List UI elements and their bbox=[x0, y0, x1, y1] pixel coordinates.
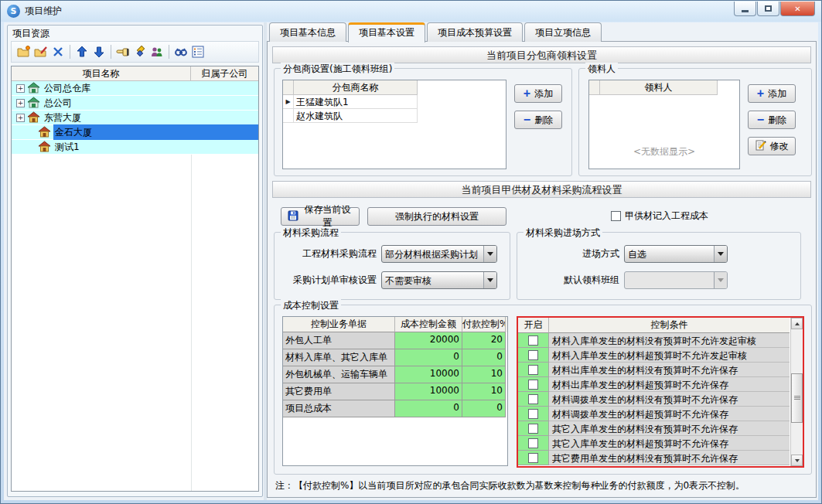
tree-item[interactable]: + 总公司 bbox=[12, 96, 258, 111]
flow-field2-combo[interactable]: 不需要审核 bbox=[381, 271, 497, 289]
cost-table-row[interactable]: 外包机械单、运输车辆单 10000 10 bbox=[283, 366, 507, 383]
condition-checkbox[interactable] bbox=[528, 438, 538, 448]
flow-field2-label: 采购计划单审核设置 bbox=[279, 274, 381, 287]
condition-checkbox[interactable] bbox=[528, 335, 538, 346]
expand-icon[interactable]: + bbox=[16, 99, 25, 107]
condition-row[interactable]: 材料调拨单发生的材料超预算时不允许保存 bbox=[518, 407, 803, 421]
tab[interactable]: 项目基本设置 bbox=[348, 22, 425, 43]
owner-material-checkbox[interactable] bbox=[611, 211, 621, 221]
expand-icon[interactable]: + bbox=[16, 84, 25, 93]
cost-table-row[interactable]: 其它费用单 10000 10 bbox=[283, 383, 507, 400]
column-header-company[interactable]: 归属子公司 bbox=[191, 66, 258, 80]
group-title: 领料人 bbox=[585, 63, 618, 76]
expand-icon[interactable]: + bbox=[16, 114, 25, 122]
grid-column-header[interactable]: 分包商名称 bbox=[294, 80, 418, 95]
vertical-scrollbar[interactable] bbox=[790, 318, 803, 466]
condition-row[interactable]: 材料入库单发生的材料没有预算时不允许发起审核 bbox=[518, 333, 803, 348]
hand-pointer-icon[interactable] bbox=[114, 43, 131, 60]
scroll-up-button[interactable] bbox=[791, 318, 803, 329]
cost-control-table[interactable]: 控制业务单据 成本控制金额 付款控制% 外包人工单 20000 20 bbox=[282, 316, 508, 466]
modify-picker-button[interactable]: 修改 bbox=[748, 137, 796, 155]
subcontractor-row[interactable]: ▶ 王猛建筑队1 bbox=[283, 95, 506, 109]
condition-checkbox[interactable] bbox=[528, 380, 538, 390]
condition-row[interactable]: 材料出库单发生的材料没有预算时不允许保存 bbox=[518, 363, 803, 377]
cost-table-row[interactable]: 材料入库单、其它入库单 0 0 bbox=[283, 349, 507, 366]
tab[interactable]: 项目成本预算设置 bbox=[427, 22, 523, 42]
building-icon bbox=[38, 126, 51, 138]
entry-mode-combo[interactable]: 自选 bbox=[624, 245, 728, 263]
condition-row[interactable]: 材料调拨单发生的材料没有预算时不允许保存 bbox=[518, 392, 803, 407]
building-icon bbox=[27, 97, 40, 109]
edit-folder-icon[interactable] bbox=[32, 43, 49, 60]
subcontractor-grid[interactable]: 分包商名称 ▶ 王猛建筑队1 bbox=[282, 80, 507, 169]
condition-checkbox[interactable] bbox=[528, 409, 538, 419]
search-icon[interactable] bbox=[172, 43, 189, 60]
users-icon[interactable] bbox=[148, 43, 165, 60]
move-down-icon[interactable] bbox=[90, 43, 107, 60]
building-icon bbox=[27, 111, 40, 124]
condition-row[interactable]: 其它入库单发生的材料没有预算时不允许保存 bbox=[518, 421, 803, 436]
tree-item[interactable]: 金石大厦 bbox=[12, 125, 258, 140]
chevron-down-icon[interactable] bbox=[483, 272, 496, 288]
scroll-down-button[interactable] bbox=[791, 455, 803, 466]
tab[interactable]: 项目立项信息 bbox=[524, 22, 602, 42]
plus-icon: + bbox=[524, 88, 530, 99]
add-picker-button[interactable]: + 添加 bbox=[748, 84, 796, 103]
chevron-down-icon[interactable] bbox=[714, 246, 727, 262]
entry-field1-label: 进场方式 bbox=[524, 247, 624, 261]
condition-row[interactable]: 其它入库单发生的材料超预算时不允许保存 bbox=[518, 436, 803, 451]
col-header-enable[interactable]: 开启 bbox=[518, 318, 549, 333]
col-header-amount[interactable]: 成本控制金额 bbox=[395, 317, 462, 332]
tree-item[interactable]: + 东营大厦 bbox=[12, 111, 258, 125]
cost-table-row[interactable]: 外包人工单 20000 20 bbox=[283, 332, 507, 349]
scrollbar-thumb[interactable] bbox=[791, 373, 803, 423]
condition-checkbox[interactable] bbox=[528, 350, 538, 360]
flow-field1-combo[interactable]: 部分材料根据采购计划 bbox=[381, 245, 497, 263]
owner-material-checkbox-row[interactable]: 甲供材记入工程成本 bbox=[611, 209, 708, 223]
eraser-icon[interactable] bbox=[131, 43, 148, 60]
tab-content: 当前项目分包商领料设置 分包商设置(施工领料班组) 分包商名称 bbox=[267, 41, 817, 498]
tree-item[interactable]: + 公司总仓库 bbox=[12, 81, 258, 96]
minimize-button[interactable] bbox=[734, 2, 756, 16]
app-logo-icon: S bbox=[7, 5, 20, 18]
grid-icon[interactable] bbox=[189, 43, 206, 60]
close-button[interactable]: ✕ bbox=[780, 2, 815, 16]
restore-button[interactable] bbox=[757, 2, 779, 16]
client-area: 项目资源 bbox=[4, 22, 818, 500]
grid-column-header[interactable]: 领料人 bbox=[600, 80, 718, 95]
force-material-settings-button[interactable]: 强制执行的材料设置 bbox=[367, 207, 507, 226]
section-header-purchase: 当前项目甲供材及材料采购流程设置 bbox=[272, 181, 811, 198]
add-subcontractor-button[interactable]: + 添加 bbox=[514, 84, 562, 103]
condition-row[interactable]: 材料入库单发生的材料超预算时不允许发起审核 bbox=[518, 348, 803, 363]
building-icon bbox=[38, 141, 51, 153]
app-window: S 项目维护 ✕ 项目资源 bbox=[0, 0, 822, 504]
condition-checkbox[interactable] bbox=[528, 453, 538, 463]
picker-grid[interactable]: 领料人 <无数据显示> bbox=[588, 80, 740, 169]
column-header-project-name[interactable]: 项目名称 bbox=[12, 66, 191, 80]
default-team-combo[interactable] bbox=[624, 271, 728, 289]
subcontractor-row[interactable]: 赵水建筑队 bbox=[283, 109, 506, 123]
title-bar[interactable]: S 项目维护 ✕ bbox=[1, 1, 821, 22]
delete-icon[interactable] bbox=[49, 43, 67, 60]
new-folder-icon[interactable] bbox=[15, 43, 32, 60]
chevron-down-icon[interactable] bbox=[483, 246, 496, 262]
control-conditions-table[interactable]: 开启 控制条件 材料入库单发生的材料没有预算时不允许发起审核 bbox=[517, 316, 804, 468]
delete-subcontractor-button[interactable]: − 删除 bbox=[514, 111, 562, 129]
col-header-condition[interactable]: 控制条件 bbox=[549, 318, 790, 333]
condition-checkbox[interactable] bbox=[528, 424, 538, 434]
tree-item[interactable]: 测试1 bbox=[12, 140, 258, 155]
move-up-icon[interactable] bbox=[73, 43, 90, 60]
delete-picker-button[interactable]: − 删除 bbox=[748, 111, 796, 129]
condition-row[interactable]: 其它费用单发生的材料没有预算时不允许保存 bbox=[518, 451, 803, 465]
tab-bar: 项目基本信息 项目基本设置 项目成本预算设置 项目立项信息 bbox=[267, 22, 817, 42]
condition-checkbox[interactable] bbox=[528, 394, 538, 404]
left-panel-title: 项目资源 bbox=[8, 26, 262, 40]
project-toolbar bbox=[11, 41, 259, 63]
col-header-payment[interactable]: 付款控制% bbox=[462, 317, 506, 332]
condition-row[interactable]: 材料出库单发生的材料超预算时不允许保存 bbox=[518, 377, 803, 392]
condition-checkbox[interactable] bbox=[528, 365, 538, 375]
save-settings-button[interactable]: 保存当前设置 bbox=[281, 207, 360, 226]
col-header-doc[interactable]: 控制业务单据 bbox=[283, 317, 395, 332]
cost-table-row[interactable]: 项目总成本 0 0 bbox=[283, 400, 507, 417]
tab[interactable]: 项目基本信息 bbox=[269, 22, 346, 42]
